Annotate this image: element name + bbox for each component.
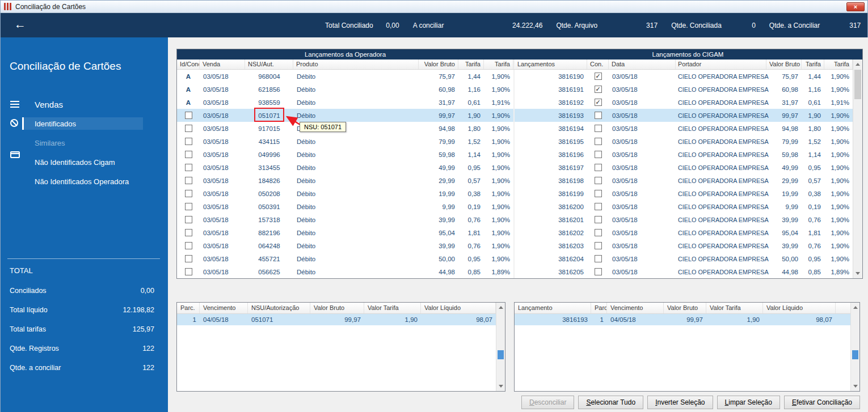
operadora-row[interactable]: 03/05/18 064248 Débito 39,99 0,76 1,90% xyxy=(177,239,513,252)
con-checkbox[interactable] xyxy=(595,177,602,184)
cigam-row[interactable]: 3816190 03/05/18 CIELO OPERADORA EMPRESA… xyxy=(515,70,853,83)
cigam-row[interactable]: 3816201 03/05/18 CIELO OPERADORA EMPRESA… xyxy=(515,213,853,226)
col-portador[interactable]: Portador xyxy=(676,60,766,69)
sidebar-item-similares[interactable]: Similares xyxy=(1,135,168,151)
scroll-down-icon[interactable] xyxy=(496,382,505,390)
col-id-conc[interactable]: Id/Conc. xyxy=(177,60,200,69)
col-valor-bruto-cigam[interactable]: Valor Bruto xyxy=(766,60,802,69)
conc-checkbox[interactable] xyxy=(185,229,192,236)
conc-checkbox[interactable] xyxy=(185,151,192,158)
col-tarifa-pct[interactable]: Tarifa xyxy=(484,60,513,69)
cigam-detail-row[interactable]: 3816193 1 04/05/18 99,97 1,90 98,07 xyxy=(515,314,850,325)
operadora-row[interactable]: 03/05/18 051071 Débito 99,97 1,90 1,90% xyxy=(177,109,513,122)
col-tarifa-cigam[interactable]: Tarifa xyxy=(802,60,824,69)
con-checkbox[interactable] xyxy=(595,229,602,236)
scroll-up-icon[interactable] xyxy=(496,303,505,312)
scrollbar-thumb[interactable] xyxy=(498,350,504,359)
scroll-up-icon[interactable] xyxy=(851,303,859,312)
con-checkbox[interactable] xyxy=(595,164,602,171)
operadora-row[interactable]: 03/05/18 184826 Débito 29,99 0,57 1,90% xyxy=(177,174,513,187)
operadora-row[interactable]: 03/05/18 050391 Débito 9,99 0,19 1,90% xyxy=(177,200,513,213)
conc-checkbox[interactable] xyxy=(185,177,192,184)
con-checkbox[interactable] xyxy=(595,190,602,197)
cigam-row[interactable]: 3816193 03/05/18 CIELO OPERADORA EMPRESA… xyxy=(515,109,853,122)
scrollbar-thumb[interactable] xyxy=(854,70,861,99)
operadora-row[interactable]: A 03/05/18 621856 Débito 60,98 1,16 1,90… xyxy=(177,83,513,96)
con-checkbox[interactable] xyxy=(595,86,602,93)
conc-checkbox[interactable] xyxy=(185,203,192,210)
cigam-row[interactable]: 3816203 03/05/18 CIELO OPERADORA EMPRESA… xyxy=(515,239,853,252)
conc-checkbox[interactable] xyxy=(185,268,192,275)
conc-checkbox[interactable] xyxy=(185,190,192,197)
con-checkbox[interactable] xyxy=(595,151,602,158)
back-button[interactable]: ← xyxy=(14,18,26,31)
efetivar-conciliacao-button[interactable]: Efetivar Conciliação xyxy=(784,396,860,409)
desconciliar-button[interactable]: Desconciliar xyxy=(521,396,574,409)
cigam-row[interactable]: 3816194 03/05/18 CIELO OPERADORA EMPRESA… xyxy=(515,122,853,135)
col-tarifa-pct-cigam[interactable]: Tarifa xyxy=(824,60,853,69)
sidebar-item-identificados[interactable]: Identificados xyxy=(1,116,168,131)
con-checkbox[interactable] xyxy=(595,99,602,106)
cigam-row[interactable]: 3816202 03/05/18 CIELO OPERADORA EMPRESA… xyxy=(515,226,853,239)
cigam-row[interactable]: 3816197 03/05/18 CIELO OPERADORA EMPRESA… xyxy=(515,161,853,174)
con-checkbox[interactable] xyxy=(595,203,602,210)
scrollbar-thumb[interactable] xyxy=(852,350,858,359)
table-scrollbar[interactable] xyxy=(853,60,862,278)
con-checkbox[interactable] xyxy=(595,125,602,132)
con-checkbox[interactable] xyxy=(595,112,602,119)
operadora-detail-row[interactable]: 1 04/05/18 051071 99,97 1,90 98,07 xyxy=(177,314,496,325)
operadora-row[interactable]: 03/05/18 434115 Débito 79,99 1,52 1,90% xyxy=(177,135,513,148)
cigam-row[interactable]: 3816204 03/05/18 CIELO OPERADORA EMPRESA… xyxy=(515,252,853,265)
col-venda[interactable]: Venda xyxy=(200,60,245,69)
operadora-row[interactable]: 03/05/18 313455 Débito 49,99 0,95 1,90% xyxy=(177,161,513,174)
con-checkbox[interactable] xyxy=(595,216,602,223)
cigam-row[interactable]: 3816205 03/05/18 CIELO OPERADORA EMPRESA… xyxy=(515,265,853,278)
col-lancamentos[interactable]: Lançamentos xyxy=(515,60,587,69)
operadora-row[interactable]: A 03/05/18 938559 Débito 31,97 0,61 1,91… xyxy=(177,96,513,109)
conc-checkbox[interactable] xyxy=(185,112,192,119)
scroll-down-icon[interactable] xyxy=(851,382,859,390)
cigam-row[interactable]: 3816199 03/05/18 CIELO OPERADORA EMPRESA… xyxy=(515,187,853,200)
operadora-row[interactable]: 03/05/18 157318 Débito 39,99 0,76 1,90% xyxy=(177,213,513,226)
operadora-row[interactable]: 03/05/18 049996 Débito 59,98 1,14 1,90% xyxy=(177,148,513,161)
cigam-row[interactable]: 3816198 03/05/18 CIELO OPERADORA EMPRESA… xyxy=(515,174,853,187)
cigam-row[interactable]: 3816200 03/05/18 CIELO OPERADORA EMPRESA… xyxy=(515,200,853,213)
selecionar-tudo-button[interactable]: Selecionar Tudo xyxy=(578,396,643,409)
operadora-detail-scrollbar[interactable] xyxy=(496,303,505,391)
conc-checkbox[interactable] xyxy=(185,216,192,223)
scroll-up-icon[interactable] xyxy=(853,60,862,69)
sidebar-item-vendas[interactable]: Vendas xyxy=(1,96,168,112)
col-data[interactable]: Data xyxy=(609,60,676,69)
sidebar-item-nao-identificados-cigam[interactable]: Não Identificados Cigam xyxy=(1,154,168,170)
operadora-row[interactable]: 03/05/18 882196 Débito 95,04 1,81 1,90% xyxy=(177,226,513,239)
con-checkbox[interactable] xyxy=(595,242,602,249)
col-produto[interactable]: Produto xyxy=(293,60,419,69)
scroll-down-icon[interactable] xyxy=(853,269,862,278)
operadora-row[interactable]: 03/05/18 056625 Débito 44,98 0,85 1,89% xyxy=(177,265,513,278)
cigam-row[interactable]: 3816192 03/05/18 CIELO OPERADORA EMPRESA… xyxy=(515,96,853,109)
conc-checkbox[interactable] xyxy=(185,125,192,132)
operadora-row[interactable]: 03/05/18 050208 Débito 19,99 0,38 1,90% xyxy=(177,187,513,200)
sidebar-item-nao-identificados-operadora[interactable]: Não Identificados Operadora xyxy=(1,173,168,189)
close-button[interactable]: × xyxy=(846,2,865,11)
limpar-selecao-button[interactable]: Limpar Seleção xyxy=(717,396,780,409)
col-nsu-aut[interactable]: NSU/Aut. xyxy=(245,60,293,69)
con-checkbox[interactable] xyxy=(595,138,602,145)
con-checkbox[interactable] xyxy=(595,73,602,80)
cigam-row[interactable]: 3816191 03/05/18 CIELO OPERADORA EMPRESA… xyxy=(515,83,853,96)
con-checkbox[interactable] xyxy=(595,255,602,262)
conc-checkbox[interactable] xyxy=(185,164,192,171)
cigam-row[interactable]: 3816196 03/05/18 CIELO OPERADORA EMPRESA… xyxy=(515,148,853,161)
col-con[interactable]: Con. xyxy=(587,60,609,69)
titlebar[interactable]: Conciliação de Cartões × xyxy=(1,1,867,13)
col-valor-bruto[interactable]: Valor Bruto xyxy=(419,60,458,69)
cigam-detail-scrollbar[interactable] xyxy=(850,303,859,391)
conc-checkbox[interactable] xyxy=(185,138,192,145)
col-tarifa[interactable]: Tarifa xyxy=(458,60,484,69)
con-checkbox[interactable] xyxy=(595,268,602,275)
operadora-row[interactable]: 03/05/18 455721 Débito 50,00 0,95 1,90% xyxy=(177,252,513,265)
conc-checkbox[interactable] xyxy=(185,255,192,262)
operadora-row[interactable]: A 03/05/18 968004 Débito 75,97 1,44 1,90… xyxy=(177,70,513,83)
inverter-selecao-button[interactable]: Inverter Seleção xyxy=(647,396,713,409)
conc-checkbox[interactable] xyxy=(185,242,192,249)
